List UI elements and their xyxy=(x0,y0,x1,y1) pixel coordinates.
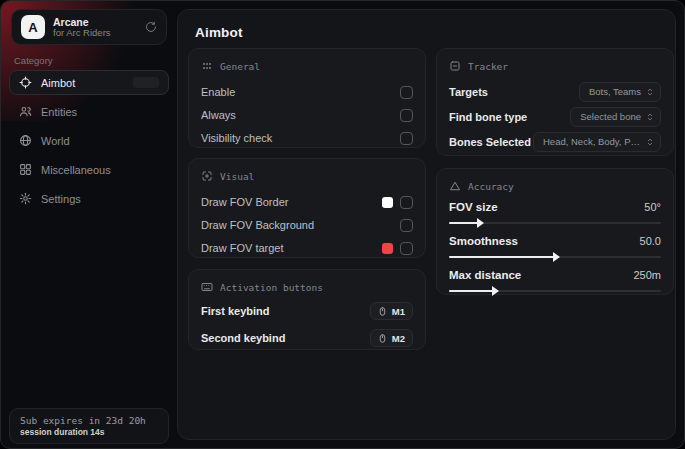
select-value: Bots, Teams xyxy=(589,86,641,97)
sidebar-item-aimbot[interactable]: Aimbot xyxy=(9,70,169,95)
slider-fill xyxy=(449,290,494,292)
slider-value: 50° xyxy=(644,201,661,213)
refresh-icon[interactable] xyxy=(145,21,157,33)
slider-fill xyxy=(449,256,555,258)
brand-title: Arcane xyxy=(53,16,111,28)
sidebar-item-settings[interactable]: Settings xyxy=(9,186,169,211)
sidebar-item-miscellaneous[interactable]: Miscellaneous xyxy=(9,157,169,182)
visual-card-header: Visual xyxy=(201,169,413,183)
max-distance-slider[interactable] xyxy=(449,287,661,295)
accuracy-card: Accuracy FOV size 50° Smoothness 50.0 xyxy=(436,168,674,295)
keyboard-icon xyxy=(201,281,213,293)
slider-thumb[interactable] xyxy=(553,252,560,262)
setting-label: Bones Selected xyxy=(449,136,531,148)
find-bone-type-select[interactable]: Selected bone xyxy=(570,107,661,127)
chevrons-up-down-icon xyxy=(645,87,655,97)
second-keybind-button[interactable]: M2 xyxy=(370,329,413,347)
max-distance-setting: Max distance 250m xyxy=(449,267,661,295)
draw-fov-border-checkbox[interactable] xyxy=(400,196,413,209)
sidebar-item-label: Settings xyxy=(41,193,81,205)
setting-label: Second keybind xyxy=(201,332,285,344)
setting-label: Draw FOV target xyxy=(201,242,284,254)
setting-label: Always xyxy=(201,109,236,121)
setting-label: First keybind xyxy=(201,305,269,317)
grip-dots-icon xyxy=(201,60,213,72)
page-title: Aimbot xyxy=(195,25,243,40)
general-card: General Enable Always Visibility check xyxy=(188,48,426,148)
slider-thumb[interactable] xyxy=(477,218,484,228)
smoothness-slider[interactable] xyxy=(449,253,661,261)
mouse-icon xyxy=(378,306,387,317)
card-title: Activation buttons xyxy=(220,282,323,293)
fov-size-slider[interactable] xyxy=(449,219,661,227)
sidebar-item-label: World xyxy=(41,135,70,147)
brand-subtitle: for Arc Riders xyxy=(53,28,111,39)
sidebar-item-world[interactable]: World xyxy=(9,128,169,153)
tracker-card: Tracker Targets Bots, Teams Find bone ty… xyxy=(436,48,674,156)
always-checkbox[interactable] xyxy=(400,109,413,122)
crosshair-icon xyxy=(19,76,32,89)
sidebar-item-label: Aimbot xyxy=(41,77,75,89)
triangle-icon xyxy=(449,180,461,192)
draw-fov-background-checkbox[interactable] xyxy=(400,219,413,232)
slider-label: FOV size xyxy=(449,201,498,213)
visual-card: Visual Draw FOV Border Draw FOV Backgrou… xyxy=(188,158,426,258)
setting-label: Draw FOV Border xyxy=(201,196,288,208)
brand-card: A Arcane for Arc Riders xyxy=(11,9,167,45)
slider-thumb[interactable] xyxy=(492,286,499,296)
slider-label: Smoothness xyxy=(449,235,518,247)
focus-plus-icon xyxy=(201,170,213,182)
setting-label: Enable xyxy=(201,86,235,98)
sidebar-item-entities[interactable]: Entities xyxy=(9,99,169,124)
setting-row: Bones Selected Head, Neck, Body, Pe... xyxy=(449,129,661,154)
tracker-card-header: Tracker xyxy=(449,59,661,73)
smoothness-setting: Smoothness 50.0 xyxy=(449,233,661,261)
keybind-value: M1 xyxy=(392,306,405,317)
fov-border-color-swatch[interactable] xyxy=(382,197,393,208)
setting-row: Draw FOV target xyxy=(201,237,413,259)
card-title: General xyxy=(220,61,260,72)
bones-selected-select[interactable]: Head, Neck, Body, Pe... xyxy=(533,132,661,152)
chevrons-up-down-icon xyxy=(645,112,655,122)
select-value: Selected bone xyxy=(580,111,641,122)
setting-label: Draw FOV Background xyxy=(201,219,314,231)
mouse-icon xyxy=(378,333,387,344)
setting-row: First keybind M1 xyxy=(201,299,413,323)
sidebar: A Arcane for Arc Riders Category Aimbot xyxy=(1,1,177,448)
session-duration-text: session duration 14s xyxy=(20,427,158,437)
setting-row: Draw FOV Border xyxy=(201,191,413,213)
setting-row: Targets Bots, Teams xyxy=(449,79,661,104)
card-title: Accuracy xyxy=(468,181,514,192)
slider-label: Max distance xyxy=(449,269,521,281)
draw-fov-target-checkbox[interactable] xyxy=(400,242,413,255)
keybind-value: M2 xyxy=(392,333,405,344)
enable-checkbox[interactable] xyxy=(400,86,413,99)
setting-row: Draw FOV Background xyxy=(201,214,413,236)
layout-grid-icon xyxy=(19,163,32,176)
general-card-header: General xyxy=(201,59,413,73)
main-panel: Aimbot General Enable Always Visibility … xyxy=(177,9,676,440)
category-label: Category xyxy=(14,55,53,66)
setting-label: Targets xyxy=(449,86,488,98)
accuracy-card-header: Accuracy xyxy=(449,179,661,193)
gear-icon xyxy=(19,192,32,205)
hotkey-hint-pill xyxy=(133,77,159,88)
setting-label: Visibility check xyxy=(201,132,272,144)
subscription-card: Sub expires in 23d 20h session duration … xyxy=(9,408,169,444)
fov-target-color-swatch[interactable] xyxy=(382,243,393,254)
globe-icon xyxy=(19,134,32,147)
targets-select[interactable]: Bots, Teams xyxy=(579,82,661,102)
sub-expires-text: Sub expires in 23d 20h xyxy=(20,415,158,426)
slider-value: 50.0 xyxy=(640,235,661,247)
brand-text: Arcane for Arc Riders xyxy=(53,16,111,39)
card-title: Visual xyxy=(220,171,254,182)
slider-value: 250m xyxy=(633,269,661,281)
first-keybind-button[interactable]: M1 xyxy=(370,302,413,320)
chevrons-up-down-icon xyxy=(645,137,655,147)
visibility-check-checkbox[interactable] xyxy=(400,132,413,145)
sidebar-item-label: Entities xyxy=(41,106,77,118)
app-window: A Arcane for Arc Riders Category Aimbot xyxy=(0,0,685,449)
sidebar-item-label: Miscellaneous xyxy=(41,164,111,176)
activation-card-header: Activation buttons xyxy=(201,280,413,294)
activation-card: Activation buttons First keybind M1 Seco… xyxy=(188,269,426,350)
